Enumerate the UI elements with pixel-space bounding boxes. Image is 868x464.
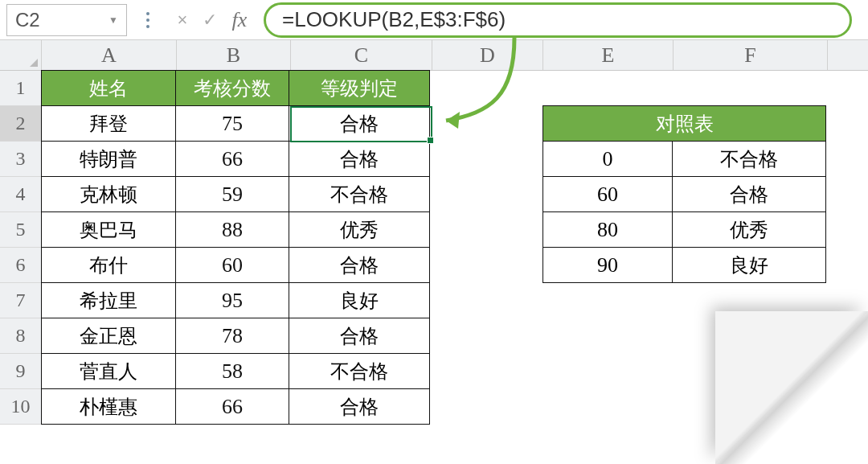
lookup-F3[interactable]: 不合格: [672, 141, 826, 177]
cell-C3[interactable]: 合格: [289, 141, 430, 177]
col-header-F[interactable]: F: [674, 40, 828, 70]
cell-A6[interactable]: 布什: [41, 247, 176, 283]
lookup-F5[interactable]: 优秀: [672, 211, 826, 248]
cell-A4[interactable]: 克林顿: [41, 176, 176, 212]
cell-B3[interactable]: 66: [175, 141, 289, 177]
col-header-C[interactable]: C: [291, 40, 432, 70]
cell-B2[interactable]: 75: [175, 105, 289, 142]
row-1: 1 姓名 考核分数 等级判定: [0, 71, 868, 106]
page-curl-decoration: [715, 311, 868, 464]
expand-icon[interactable]: [146, 12, 149, 28]
lookup-F6[interactable]: 良好: [672, 247, 826, 283]
col-header-A[interactable]: A: [42, 40, 177, 70]
row-header-8[interactable]: 8: [0, 318, 42, 354]
cell-C7[interactable]: 良好: [289, 282, 430, 318]
row-header-7[interactable]: 7: [0, 283, 42, 318]
main-header-score[interactable]: 考核分数: [175, 70, 289, 106]
row-header-6[interactable]: 6: [0, 248, 42, 283]
main-header-grade[interactable]: 等级判定: [289, 70, 430, 106]
formula-text: =LOOKUP(B2,E$3:F$6): [282, 7, 506, 32]
column-headers: A B C D E F: [0, 40, 868, 71]
row-header-9[interactable]: 9: [0, 354, 42, 389]
cell-A9[interactable]: 菅直人: [41, 353, 176, 389]
cell-C5[interactable]: 优秀: [289, 211, 430, 248]
select-all-triangle[interactable]: [0, 40, 42, 70]
cell-A5[interactable]: 奥巴马: [41, 211, 176, 248]
cell-B10[interactable]: 66: [175, 388, 289, 425]
cell-C4[interactable]: 不合格: [289, 176, 430, 212]
lookup-E6[interactable]: 90: [542, 247, 673, 283]
col-header-B[interactable]: B: [177, 40, 291, 70]
chevron-down-icon[interactable]: ▼: [108, 14, 118, 26]
row-header-3[interactable]: 3: [0, 142, 42, 177]
formula-bar-row: C2 ▼ × ✓ fx =LOOKUP(B2,E$3:F$6): [0, 0, 868, 40]
lookup-E5[interactable]: 80: [542, 211, 673, 248]
main-header-name[interactable]: 姓名: [41, 70, 176, 106]
lookup-title[interactable]: 对照表: [542, 105, 826, 142]
row-header-4[interactable]: 4: [0, 177, 42, 212]
cell-B8[interactable]: 78: [175, 318, 289, 354]
col-header-D[interactable]: D: [432, 40, 543, 70]
fx-icon[interactable]: fx: [223, 8, 256, 32]
name-box[interactable]: C2 ▼: [6, 4, 127, 36]
cell-A3[interactable]: 特朗普: [41, 141, 176, 177]
cell-C6[interactable]: 合格: [289, 247, 430, 283]
cell-A7[interactable]: 希拉里: [41, 282, 176, 318]
lookup-E4[interactable]: 60: [542, 176, 673, 212]
cell-B9[interactable]: 58: [175, 353, 289, 389]
lookup-F4[interactable]: 合格: [672, 176, 826, 212]
cell-A10[interactable]: 朴槿惠: [41, 388, 176, 425]
cell-B7[interactable]: 95: [175, 282, 289, 318]
row-header-5[interactable]: 5: [0, 212, 42, 248]
cell-C8[interactable]: 合格: [289, 318, 430, 354]
enter-icon[interactable]: ✓: [196, 10, 223, 31]
row-header-1[interactable]: 1: [0, 71, 42, 106]
row-header-10[interactable]: 10: [0, 389, 42, 425]
cancel-icon[interactable]: ×: [169, 10, 196, 31]
col-header-E[interactable]: E: [543, 40, 674, 70]
cell-C9[interactable]: 不合格: [289, 353, 430, 389]
cell-B4[interactable]: 59: [175, 176, 289, 212]
cell-A8[interactable]: 金正恩: [41, 318, 176, 354]
lookup-table: 对照表 0 不合格 60 合格 80 优秀 90 良好: [543, 106, 826, 283]
cell-A2[interactable]: 拜登: [41, 105, 176, 142]
row-header-2[interactable]: 2: [0, 106, 42, 142]
name-box-value: C2: [15, 9, 40, 31]
formula-input[interactable]: =LOOKUP(B2,E$3:F$6): [264, 2, 852, 38]
cell-C10[interactable]: 合格: [289, 388, 430, 425]
cell-B5[interactable]: 88: [175, 211, 289, 248]
lookup-E3[interactable]: 0: [542, 141, 673, 177]
cell-C2[interactable]: 合格: [289, 105, 430, 142]
cell-B6[interactable]: 60: [175, 247, 289, 283]
